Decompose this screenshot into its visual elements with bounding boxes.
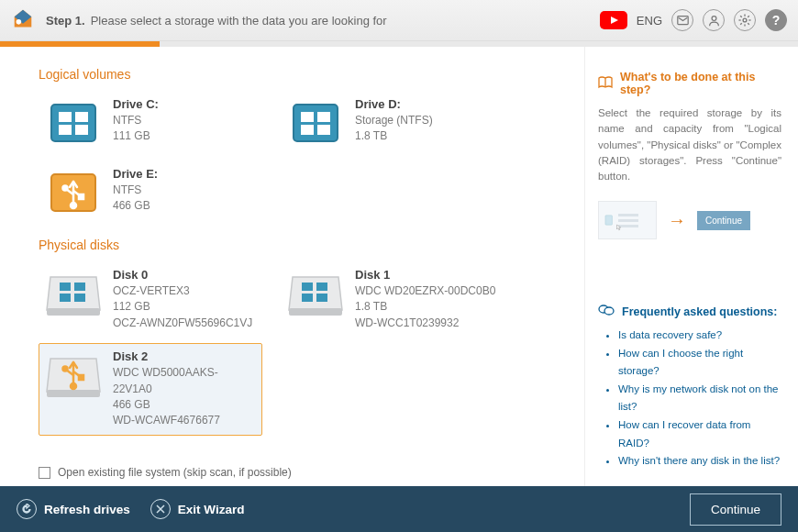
svg-rect-16 [75,112,88,122]
svg-point-28 [71,203,76,208]
physical-disk-card[interactable]: Disk 2WDC WD5000AAKS-22V1A0466 GBWD-WCAW… [39,343,262,436]
footer: Refresh drives Exit Wizard Continue [0,486,798,532]
faq-link[interactable]: How can I choose the right storage? [618,345,781,381]
disk-icon [45,268,102,319]
disk-serial: WD-WCAWF4676677 [113,413,256,428]
header-toolbar: ENG ? [600,9,787,31]
exit-wizard-button[interactable]: Exit Wizard [150,499,245,519]
drive-thumb-icon [604,208,613,232]
book-icon [598,76,613,92]
svg-rect-18 [75,125,88,135]
svg-point-29 [63,186,68,191]
physical-disk-card[interactable]: Disk 1WDC WD20EZRX-00DC0B01.8 TBWD-WCC1T… [281,261,517,338]
svg-rect-17 [59,125,72,135]
svg-rect-37 [302,283,313,291]
volume-size: 111 GB [113,128,159,144]
svg-rect-24 [317,125,330,135]
svg-rect-39 [302,294,313,302]
svg-rect-15 [59,112,72,122]
checkbox-icon[interactable] [39,467,50,479]
svg-rect-32 [60,283,71,291]
volume-icon [45,167,102,218]
open-existing-checkbox[interactable]: Open existing file system (skip scan, if… [39,466,292,479]
svg-line-12 [748,16,749,17]
header: Step 1. Please select a storage with the… [0,0,798,41]
close-icon [150,499,171,519]
disk-title: Disk 0 [113,268,252,282]
cursor-icon [616,221,623,234]
app-logo-icon [11,8,35,32]
svg-rect-31 [47,308,100,316]
faq-link[interactable]: Is data recovery safe? [618,327,781,345]
svg-line-10 [748,23,749,25]
user-icon[interactable] [703,9,725,31]
hint-continue-button: Continue [697,211,750,230]
logical-volume-card[interactable]: Drive E:NTFS466 GB [39,161,275,225]
open-existing-label: Open existing file system (skip scan, if… [58,466,292,479]
help-panel: What's to be done at this step? Select t… [584,47,798,486]
svg-rect-38 [316,283,327,291]
storage-list: Logical volumes Drive C:NTFS111 GBDrive … [0,47,584,486]
volume-title: Drive E: [113,167,158,181]
logical-volume-card[interactable]: Drive D:Storage (NTFS)1.8 TB [281,91,517,155]
svg-rect-21 [301,112,314,122]
youtube-icon[interactable] [600,9,627,31]
volume-filesystem: Storage (NTFS) [355,113,433,128]
continue-button[interactable]: Continue [690,493,781,526]
feedback-icon[interactable] [671,9,693,31]
svg-line-11 [740,23,742,25]
svg-rect-36 [289,308,342,316]
faq-icon [598,304,615,319]
faq-link[interactable]: Why isn't there any disk in the list? [618,452,781,471]
svg-point-43 [71,383,76,389]
step-number: Step 1. [46,14,85,28]
svg-rect-33 [74,283,85,291]
svg-rect-34 [60,294,71,302]
svg-rect-40 [316,294,327,302]
disk-icon [287,268,344,319]
volume-size: 1.8 TB [355,128,433,144]
help-illustration: → Continue [598,201,781,239]
faq-title: Frequently asked questions: [622,305,777,318]
arrow-right-icon: → [668,210,686,231]
faq-link[interactable]: How can I recover data from RAID? [618,416,781,452]
volume-icon [45,97,102,149]
svg-rect-41 [47,390,100,397]
svg-rect-19 [294,105,338,141]
disk-icon [45,349,102,401]
faq-link[interactable]: Why is my network disk not on the list? [618,381,781,416]
svg-point-4 [743,18,747,22]
section-logical-title: Logical volumes [39,67,564,82]
svg-rect-30 [79,194,83,199]
volume-size: 466 GB [113,198,158,214]
help-icon[interactable]: ? [765,9,787,31]
svg-point-3 [712,16,716,20]
svg-rect-47 [605,216,613,225]
settings-icon[interactable] [734,9,756,31]
refresh-drives-button[interactable]: Refresh drives [17,499,130,519]
help-text: Select the required storage by its name … [598,105,781,184]
logical-volume-card[interactable]: Drive C:NTFS111 GB [39,91,275,155]
volume-title: Drive D: [355,97,433,111]
svg-point-49 [604,307,614,315]
step-instruction: Please select a storage with the data yo… [91,14,387,28]
language-selector[interactable]: ENG [637,14,662,28]
svg-rect-22 [317,112,330,122]
disk-title: Disk 1 [355,268,495,282]
svg-point-0 [17,19,22,25]
svg-line-9 [740,16,742,17]
help-title: What's to be done at this step? [620,71,781,96]
disk-title: Disk 2 [113,349,256,363]
disk-size: 466 GB [113,397,256,413]
physical-disk-card[interactable]: Disk 0OCZ-VERTEX3112 GBOCZ-AWNZ0FW55696C… [39,261,275,338]
svg-rect-13 [51,105,95,141]
svg-rect-45 [79,375,83,380]
volume-title: Drive C: [113,97,159,111]
refresh-icon [17,499,37,519]
disk-model: WDC WD20EZRX-00DC0B0 [355,283,495,299]
disk-size: 112 GB [113,299,252,315]
volume-icon [287,97,344,149]
volume-filesystem: NTFS [113,183,158,198]
svg-point-44 [63,367,68,371]
disk-serial: OCZ-AWNZ0FW55696C1VJ [113,316,252,331]
